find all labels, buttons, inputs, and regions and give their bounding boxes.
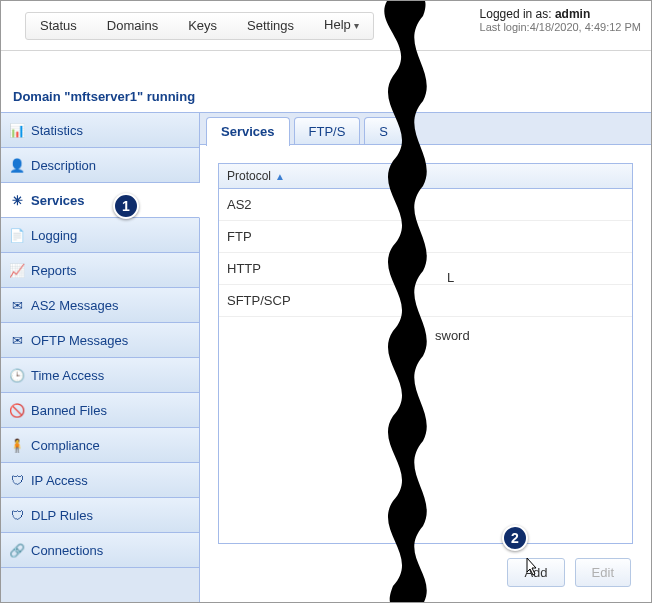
sidebar-item-label: Description xyxy=(31,158,96,173)
sidebar-item-reports[interactable]: 📈Reports xyxy=(1,253,199,288)
table-row[interactable]: AS2 xyxy=(219,189,632,221)
sidebar-item-as2-messages[interactable]: ✉AS2 Messages xyxy=(1,288,199,323)
sidebar-item-description[interactable]: 👤Description xyxy=(1,148,199,183)
sidebar-item-label: Connections xyxy=(31,543,103,558)
sidebar-item-time-access[interactable]: 🕒Time Access xyxy=(1,358,199,393)
main-area: 📊Statistics👤Description✳Services📄Logging… xyxy=(1,112,651,603)
envelope-icon: ✉ xyxy=(9,332,25,348)
sidebar-item-logging[interactable]: 📄Logging xyxy=(1,218,199,253)
top-nav: Status Domains Keys Settings Help Logged… xyxy=(1,1,651,51)
gear-icon: ✳ xyxy=(9,192,25,208)
person-icon: 🧍 xyxy=(9,437,25,453)
tabs: Services FTP/S S xyxy=(200,113,651,145)
table-row[interactable]: FTP xyxy=(219,221,632,253)
annotation-badge-2: 2 xyxy=(502,525,528,551)
add-button[interactable]: Add xyxy=(507,558,564,587)
col-protocol-label: Protocol xyxy=(227,169,271,183)
sidebar-item-label: OFTP Messages xyxy=(31,333,128,348)
sort-asc-icon: ▲ xyxy=(275,171,285,182)
sidebar-item-oftp-messages[interactable]: ✉OFTP Messages xyxy=(1,323,199,358)
table-row[interactable]: HTTP xyxy=(219,253,632,285)
login-user: admin xyxy=(555,7,590,21)
sidebar-item-label: Banned Files xyxy=(31,403,107,418)
nav-keys[interactable]: Keys xyxy=(174,13,231,39)
annotation-badge-1: 1 xyxy=(113,193,139,219)
domain-status: Domain "mftserver1" running xyxy=(1,51,651,112)
protocol-grid: Protocol ▲ AS2FTPHTTPSFTP/SCP xyxy=(218,163,633,544)
sidebar-item-banned-files[interactable]: 🚫Banned Files xyxy=(1,393,199,428)
nav-domains[interactable]: Domains xyxy=(93,13,172,39)
envelope-icon: ✉ xyxy=(9,297,25,313)
sidebar-item-label: IP Access xyxy=(31,473,88,488)
nav-help[interactable]: Help xyxy=(310,12,373,39)
sidebar-item-statistics[interactable]: 📊Statistics xyxy=(1,113,199,148)
edit-button[interactable]: Edit xyxy=(575,558,631,587)
sidebar-item-compliance[interactable]: 🧍Compliance xyxy=(1,428,199,463)
nav-status[interactable]: Status xyxy=(26,13,91,39)
bar-icon: 📈 xyxy=(9,262,25,278)
login-info: Logged in as: admin Last login:4/18/2020… xyxy=(480,7,641,33)
sidebar-item-label: DLP Rules xyxy=(31,508,93,523)
lastlogin-label: Last login: xyxy=(480,21,530,33)
shield-icon: 🛡 xyxy=(9,472,25,488)
sidebar-item-label: Logging xyxy=(31,228,77,243)
sidebar: 📊Statistics👤Description✳Services📄Logging… xyxy=(1,113,200,603)
row-fragment: sword xyxy=(435,328,470,343)
sidebar-item-label: Compliance xyxy=(31,438,100,453)
document-icon: 📄 xyxy=(9,227,25,243)
tab-partial[interactable]: S xyxy=(364,117,403,144)
grid-header[interactable]: Protocol ▲ xyxy=(219,164,632,189)
login-prefix: Logged in as: xyxy=(480,7,555,21)
tab-ftps[interactable]: FTP/S xyxy=(294,117,361,144)
grid-wrap: Protocol ▲ AS2FTPHTTPSFTP/SCP Add Edit xyxy=(200,145,651,603)
shield2-icon: 🛡 xyxy=(9,507,25,523)
lastlogin-value: 4/18/2020, 4:49:12 PM xyxy=(530,21,641,33)
content-panel: Services FTP/S S Protocol ▲ AS2FTPHTTPSF… xyxy=(200,113,651,603)
link-icon: 🔗 xyxy=(9,542,25,558)
user-icon: 👤 xyxy=(9,157,25,173)
tab-services[interactable]: Services xyxy=(206,117,290,146)
ban-icon: 🚫 xyxy=(9,402,25,418)
sidebar-item-services[interactable]: ✳Services xyxy=(1,183,200,218)
sidebar-item-connections[interactable]: 🔗Connections xyxy=(1,533,199,568)
sidebar-item-label: Reports xyxy=(31,263,77,278)
row-fragment: L xyxy=(447,270,454,285)
sidebar-item-dlp-rules[interactable]: 🛡DLP Rules xyxy=(1,498,199,533)
table-row[interactable]: SFTP/SCP xyxy=(219,285,632,317)
sidebar-item-label: Time Access xyxy=(31,368,104,383)
sidebar-item-label: AS2 Messages xyxy=(31,298,118,313)
button-row: Add Edit xyxy=(218,558,633,587)
sidebar-item-ip-access[interactable]: 🛡IP Access xyxy=(1,463,199,498)
sidebar-item-label: Services xyxy=(31,193,85,208)
nav-settings[interactable]: Settings xyxy=(233,13,308,39)
nav-group: Status Domains Keys Settings Help xyxy=(25,12,374,40)
clock-icon: 🕒 xyxy=(9,367,25,383)
grid-body: AS2FTPHTTPSFTP/SCP xyxy=(219,189,632,317)
col-protocol[interactable]: Protocol ▲ xyxy=(219,164,293,188)
chart-bar-icon: 📊 xyxy=(9,122,25,138)
sidebar-item-label: Statistics xyxy=(31,123,83,138)
